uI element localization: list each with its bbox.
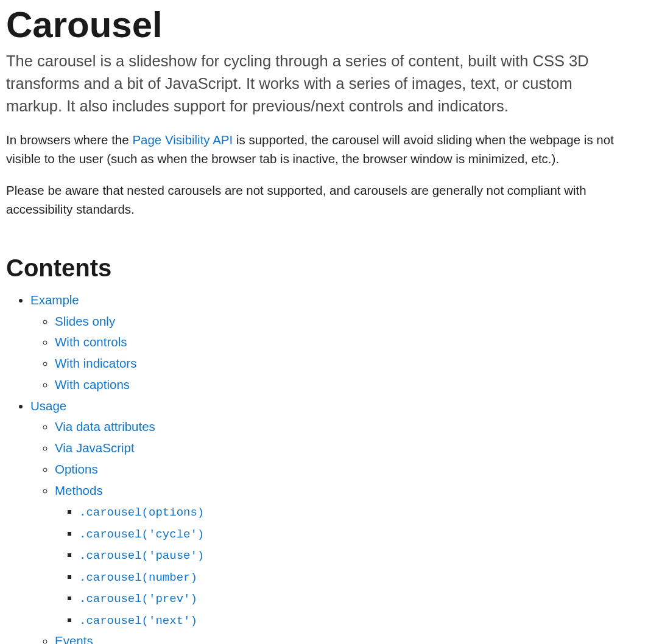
toc-item: Slides only [55,312,642,331]
toc-item-usage: Usage Via data attributes Via JavaScript… [30,397,642,644]
toc-link-carousel-options[interactable]: .carousel(options) [79,504,204,518]
contents-heading: Contents [6,250,642,286]
toc-item: .carousel('cycle') [79,524,642,544]
code-text: .carousel(number) [79,571,197,584]
toc-link-methods[interactable]: Methods [55,483,103,497]
toc-item: With indicators [55,354,642,373]
toc-link-with-controls[interactable]: With controls [55,335,127,349]
toc-link-carousel-prev[interactable]: .carousel('prev') [79,590,197,604]
toc-item: .carousel('pause') [79,545,642,565]
toc-item: Options [55,460,642,479]
toc-link-via-data-attributes[interactable]: Via data attributes [55,419,155,433]
toc-item-example: Example Slides only With controls With i… [30,291,642,394]
toc-link-with-captions[interactable]: With captions [55,377,130,391]
toc-item: .carousel(options) [79,502,642,522]
code-text: .carousel('cycle') [79,528,204,541]
code-text: .carousel(options) [79,506,204,519]
toc-link-events[interactable]: Events [55,634,93,644]
toc-item: .carousel(number) [79,567,642,587]
toc-item: With captions [55,376,642,394]
body-paragraph-1: In browsers where the Page Visibility AP… [6,131,642,169]
toc-item: Via JavaScript [55,439,642,458]
toc-link-carousel-next[interactable]: .carousel('next') [79,612,197,626]
body-paragraph-2: Please be aware that nested carousels ar… [6,181,642,219]
page-visibility-api-link[interactable]: Page Visibility API [132,133,233,147]
toc-link-carousel-number[interactable]: .carousel(number) [79,569,197,583]
toc-link-options[interactable]: Options [55,462,98,476]
toc-item: .carousel('prev') [79,589,642,608]
toc-item: Events [55,632,642,644]
code-text: .carousel('next') [79,614,197,628]
toc-item: With controls [55,333,642,352]
toc-link-carousel-cycle[interactable]: .carousel('cycle') [79,526,204,540]
toc-link-with-indicators[interactable]: With indicators [55,356,136,370]
toc-link-via-javascript[interactable]: Via JavaScript [55,441,135,455]
code-text: .carousel('prev') [79,592,197,606]
toc-link-carousel-pause[interactable]: .carousel('pause') [79,547,204,561]
toc-link-example[interactable]: Example [30,293,79,307]
toc-link-usage[interactable]: Usage [30,399,66,413]
toc-item-methods: Methods .carousel(options) .carousel('cy… [55,481,642,630]
lead-paragraph: The carousel is a slideshow for cycling … [6,50,621,117]
code-text: .carousel('pause') [79,549,204,562]
para1-prefix: In browsers where the [6,133,132,147]
toc-link-slides-only[interactable]: Slides only [55,314,115,328]
page-title: Carousel [6,5,642,45]
toc-item: Via data attributes [55,418,642,436]
table-of-contents: Example Slides only With controls With i… [6,291,642,644]
toc-item: .carousel('next') [79,611,642,630]
